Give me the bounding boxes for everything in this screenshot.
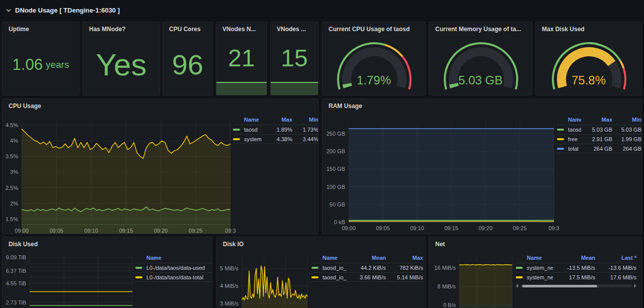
svg-text:2.5%: 2.5% [6,185,18,191]
legend-row: free2.91 GB1.99 GB [557,134,641,144]
svg-text:150 GB: 150 GB [327,166,345,172]
legend-series-name[interactable]: free [568,136,578,142]
memory-gauge-value: 5.03 GB [429,74,532,86]
legend-value: 782 KiB/s [386,265,423,271]
legend-column-header[interactable]: Name [516,255,553,261]
legend-value: 5.03 GB [581,127,612,133]
svg-text:8 MiB/s: 8 MiB/s [437,283,456,289]
svg-text:2.73 TiB: 2.73 TiB [6,299,26,305]
legend-row: taosd_io_read44.2 KiB/s782 KiB/s [311,263,423,272]
panel-title[interactable]: Current Memory Usage of ta... [435,26,521,33]
legend-header: Name [135,252,212,263]
panel-title[interactable]: VNodes N... [222,26,256,33]
legend-row: taosd5.03 GB5.03 GB [557,125,641,134]
stat-sparkline-bar [216,82,267,95]
legend-header: NameMaxMin [557,114,641,125]
scrollbar-thumb[interactable] [522,285,597,287]
scroll-right-icon[interactable] [634,284,636,288]
scroll-left-icon[interactable] [516,284,518,288]
series-swatch-icon [557,138,564,140]
legend-series-name[interactable]: taosd_io_write [323,274,347,280]
legend-column-header[interactable]: Min [612,117,641,123]
panel-title[interactable]: Net [435,241,445,248]
disk-used-legend: NameL0-/data/taos/data-usedL0-/data/taos… [135,252,212,282]
svg-text:3%: 3% [10,169,18,175]
series-swatch-icon [311,267,318,269]
legend-column-header[interactable]: Max [581,117,612,123]
panel-title[interactable]: Disk Used [9,241,38,248]
panel-title[interactable]: Disk IO [223,241,244,248]
legend-column-header[interactable]: Max [386,255,423,261]
panel-max-disk-gauge: Max Disk Used 75.8% [535,22,642,95]
svg-text:50 GB: 50 GB [330,201,345,208]
row-title[interactable]: DNode Usage [ TDengine-1:6030 ] [15,7,120,14]
legend-column-header[interactable]: Mean [553,255,595,261]
svg-text:0 B/s: 0 B/s [443,302,456,308]
svg-text:09:20: 09:20 [478,225,493,231]
legend-series-name[interactable]: system_net_out [527,274,553,280]
panel-title[interactable]: Has MNode? [89,26,126,33]
panel-title[interactable]: Uptime [9,26,29,33]
svg-text:1.5%: 1.5% [6,216,18,222]
vnodes-used-value: 15 [271,34,318,82]
panel-vnodes-number: VNodes N... 21 [216,22,267,95]
net-legend: NameMeanLast *system_net_in-13.5 MiB/s-1… [516,252,636,288]
legend-series-name[interactable]: system [244,136,262,142]
legend-column-header[interactable]: Mean [347,255,386,261]
legend-series-name[interactable]: taosd_io_read [323,265,347,271]
series-swatch-icon [233,138,240,140]
svg-text:4.5%: 4.5% [6,122,18,128]
panel-title[interactable]: RAM Usage [329,102,362,110]
legend-value: 44.2 KiB/s [347,265,386,271]
legend-column-header[interactable]: Max [264,117,292,123]
legend-header: NameMeanLast * [516,252,636,263]
legend-value: 5.03 GB [612,127,641,133]
legend-series-name[interactable]: total [568,146,579,152]
legend-column-header[interactable]: Name [233,117,264,123]
stat-sparkline-bar [271,82,318,95]
chevron-down-icon[interactable] [6,9,11,12]
panel-title[interactable]: Max Disk Used [542,26,585,33]
legend-column-header[interactable]: Name [311,255,347,261]
panel-title[interactable]: Current CPU Usage of taosd [329,26,410,33]
mnode-text: Yes [96,49,146,80]
legend-value: 17.5 MiB/s [553,274,595,280]
legend-value: -13.5 MiB/s [553,265,595,271]
svg-text:4.55 TiB: 4.55 TiB [6,280,26,286]
svg-text:3 MiB/s: 3 MiB/s [220,300,238,306]
legend-series-name[interactable]: L0-/data/taos/data-total [146,274,203,280]
panel-has-mnode: Has MNode? Yes [83,22,160,95]
legend-value: 264 GB [581,146,612,152]
legend-value: 17.6 MiB/s [595,274,636,280]
legend-series-name[interactable]: taosd [568,127,581,133]
legend-row: total264 GB264 GB [557,144,641,153]
legend-series-name[interactable]: L0-/data/taos/data-used [146,265,205,271]
svg-text:200 GB: 200 GB [327,148,345,154]
legend-series-name[interactable]: taosd [244,127,258,133]
legend-header: NameMeanMax [311,252,423,263]
legend-row: system_net_in-13.5 MiB/s-13.6 MiB/s [516,263,636,272]
legend-series-name[interactable]: system_net_in [527,265,553,271]
legend-value: 4.38% [264,136,292,142]
legend-scrollbar[interactable] [516,284,636,288]
svg-text:4%: 4% [10,138,18,144]
svg-text:4 MiB/s: 4 MiB/s [220,283,238,289]
svg-text:3.5%: 3.5% [6,153,18,159]
disk-io-legend: NameMeanMaxtaosd_io_read44.2 KiB/s782 Ki… [311,252,423,282]
legend-column-header[interactable]: Last * [595,255,636,261]
legend-row: taosd_io_write3.66 MiB/s5.14 MiB/s [311,272,423,282]
panel-cpu-usage-chart: CPU Usage 4.5%4%3.5%3%2.5%2%1.5%09:0009:… [2,98,318,234]
panel-current-memory-gauge: Current Memory Usage of ta... 5.03 GB [429,22,532,95]
legend-value: 1.73% [292,127,318,133]
series-swatch-icon [233,129,240,131]
legend-column-header[interactable]: Name [557,117,581,123]
legend-column-header[interactable]: Name [135,255,212,261]
legend-column-header[interactable]: Min [292,117,318,123]
panel-title[interactable]: CPU Cores [169,26,201,33]
mnode-value: Yes [83,34,159,95]
panel-title[interactable]: VNodes ... [277,26,306,33]
panel-title[interactable]: CPU Usage [9,102,41,110]
series-swatch-icon [557,129,564,131]
uptime-number: 1.06 [13,57,43,72]
legend-value: 3.44% [292,136,318,142]
